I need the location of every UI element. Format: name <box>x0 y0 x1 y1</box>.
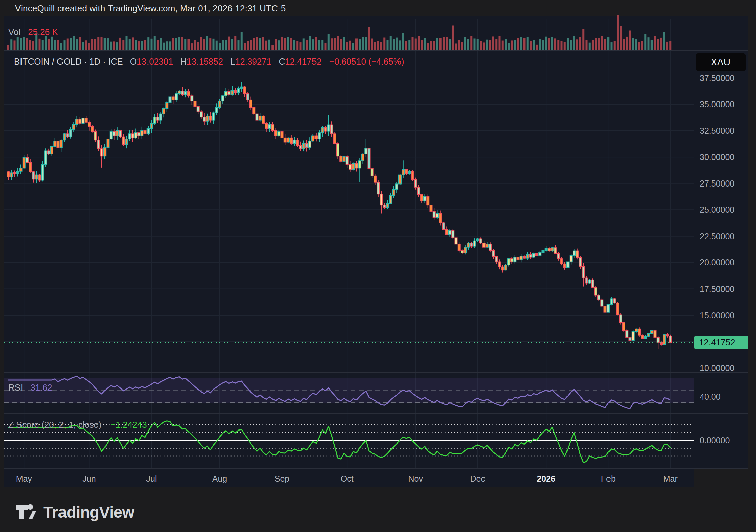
zscore-label[interactable]: Z Score (20, 2, 1, close) <box>8 420 101 430</box>
candle-body <box>470 243 473 246</box>
volume-bar <box>530 41 532 50</box>
volume-bar <box>536 45 538 50</box>
volume-bar <box>486 40 488 50</box>
candle-body <box>647 334 650 336</box>
tradingview-logo-text[interactable]: TradingView <box>43 503 134 521</box>
volume-bar <box>508 43 510 50</box>
volume-bar <box>374 42 376 50</box>
candle-body <box>433 211 435 218</box>
price-axis-tick: 30.00000 <box>700 152 734 162</box>
candle-body <box>116 131 118 136</box>
time-axis-tick: Mar <box>663 474 678 484</box>
candle-body <box>219 101 221 108</box>
candle-body <box>380 194 383 205</box>
volume-bar <box>551 37 553 50</box>
candle-body <box>439 213 442 223</box>
volume-bar <box>430 41 432 50</box>
candle-body <box>119 131 122 137</box>
volume-bar <box>197 42 199 50</box>
volume-bar <box>573 36 575 50</box>
volume-bar <box>669 41 671 50</box>
volume-bar <box>163 43 165 50</box>
volume-bar <box>343 37 345 50</box>
volume-bar <box>393 39 395 50</box>
candle-body <box>135 133 137 138</box>
candle-body <box>181 91 184 95</box>
volume-bar <box>592 40 594 50</box>
volume-bar <box>452 26 454 50</box>
volume-bar <box>483 42 485 50</box>
volume-bar <box>23 37 25 50</box>
volume-bar <box>119 38 121 50</box>
candle-body <box>411 171 414 180</box>
volume-bar <box>334 38 336 50</box>
candle-body <box>91 126 93 132</box>
candle-body <box>362 154 364 161</box>
candle-body <box>533 253 535 257</box>
candle-body <box>321 127 324 133</box>
candle-body <box>464 247 466 253</box>
volume-bar <box>570 40 572 50</box>
volume-bar <box>614 41 616 50</box>
volume-bar <box>638 42 640 50</box>
candle-body <box>585 278 588 283</box>
candle-body <box>424 197 426 201</box>
volume-bar <box>644 34 646 50</box>
candle-body <box>632 332 634 341</box>
candle-body <box>669 336 672 342</box>
volume-bar <box>135 40 137 50</box>
candle-body <box>641 335 644 338</box>
volume-bar <box>527 37 529 50</box>
candle-body <box>203 117 205 121</box>
candle-body <box>278 132 280 136</box>
volume-bar <box>399 40 401 50</box>
volume-bar <box>268 40 270 50</box>
volume-bar <box>228 37 230 50</box>
volume-bar <box>564 42 566 50</box>
time-axis-tick: Jun <box>82 474 96 484</box>
volume-bar <box>303 38 305 50</box>
candle-body <box>511 259 513 262</box>
volume-bar <box>663 32 665 50</box>
volume-bar <box>39 39 41 50</box>
time-axis-tick: 2026 <box>537 474 555 484</box>
candle-body <box>663 335 665 345</box>
volume-bar <box>589 43 591 50</box>
volume-bar <box>126 36 128 50</box>
candle-body <box>498 262 501 267</box>
volume-bar <box>144 40 146 50</box>
candle-body <box>144 131 146 134</box>
candle-body <box>427 197 429 205</box>
candle-body <box>355 163 358 168</box>
chart-canvas[interactable] <box>0 0 756 532</box>
candle-body <box>110 132 112 139</box>
rsi-label[interactable]: RSI <box>8 382 23 393</box>
volume-bar <box>14 40 16 50</box>
candle-body <box>262 116 264 123</box>
candle-body <box>389 196 392 204</box>
candle-body <box>638 329 640 335</box>
candle-body <box>70 130 72 137</box>
volume-bar <box>520 37 522 50</box>
volume-bar <box>312 39 314 50</box>
tradingview-logo-icon[interactable] <box>15 501 36 522</box>
zscore-legend: Z Score (20, 2, 1, close)−1.24243 <box>8 420 147 430</box>
rsi-legend: RSI31.62 <box>8 382 52 393</box>
candle-body <box>576 251 578 258</box>
candle-body <box>88 122 90 127</box>
time-axis-tick: Jul <box>146 474 157 484</box>
volume-bar <box>635 39 637 50</box>
open-label: O <box>130 56 137 67</box>
volume-bar <box>151 39 153 50</box>
volume-bar <box>455 43 457 50</box>
candle-body <box>542 250 544 252</box>
volume-bar <box>523 38 526 50</box>
candle-body <box>579 258 582 266</box>
candle-body <box>489 244 491 250</box>
volume-bar <box>464 37 466 50</box>
candle-body <box>374 176 376 182</box>
zscore-axis-tick: 0.00000 <box>700 436 730 445</box>
candle-body <box>194 101 196 107</box>
volume-bar <box>651 40 653 50</box>
symbol-title[interactable]: BITCOIN / GOLD · 1D · ICE <box>14 56 123 67</box>
